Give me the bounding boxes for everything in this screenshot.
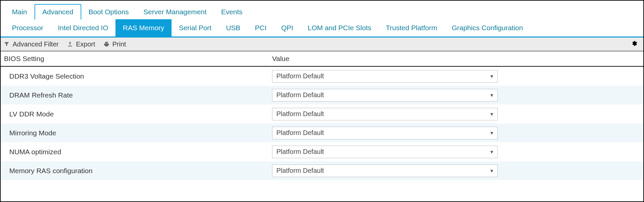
select-value: Platform Default	[276, 72, 324, 80]
filter-icon	[4, 41, 10, 47]
value-cell: Platform Default ▼	[272, 146, 641, 158]
value-cell: Platform Default ▼	[272, 108, 641, 120]
advanced-filter-label: Advanced Filter	[13, 40, 59, 48]
tab-usb[interactable]: USB	[219, 19, 248, 36]
chevron-down-icon: ▼	[489, 149, 494, 155]
value-cell: Platform Default ▼	[272, 127, 641, 139]
chevron-down-icon: ▼	[489, 130, 494, 136]
upload-icon	[67, 41, 73, 47]
tab-server-management[interactable]: Server Management	[136, 5, 214, 19]
value-cell: Platform Default ▼	[272, 70, 641, 83]
print-button[interactable]: Print	[104, 40, 126, 48]
tab-intel-directed-io[interactable]: Intel Directed IO	[51, 19, 116, 36]
value-select-memory-ras[interactable]: Platform Default ▼	[272, 165, 498, 177]
value-select-mirroring[interactable]: Platform Default ▼	[272, 127, 498, 139]
value-select-ddr3-voltage[interactable]: Platform Default ▼	[272, 70, 498, 83]
column-header-value: Value	[272, 55, 641, 63]
tab-trusted-platform[interactable]: Trusted Platform	[379, 19, 444, 36]
tab-lom-pcie-slots[interactable]: LOM and PCIe Slots	[301, 19, 379, 36]
select-value: Platform Default	[276, 167, 324, 174]
table-row: Mirroring Mode Platform Default ▼	[1, 123, 643, 142]
advanced-filter-button[interactable]: Advanced Filter	[4, 40, 59, 48]
tab-boot-options[interactable]: Boot Options	[81, 5, 136, 19]
export-button[interactable]: Export	[67, 40, 95, 48]
secondary-tabs: Processor Intel Directed IO RAS Memory S…	[1, 19, 643, 36]
tab-ras-memory[interactable]: RAS Memory	[115, 19, 172, 36]
setting-label: Mirroring Mode	[3, 129, 272, 137]
secondary-tabs-wrap: Processor Intel Directed IO RAS Memory S…	[1, 19, 643, 37]
value-cell: Platform Default ▼	[272, 165, 641, 177]
select-value: Platform Default	[276, 110, 324, 118]
table-row: DDR3 Voltage Selection Platform Default …	[1, 67, 643, 86]
select-value: Platform Default	[276, 91, 324, 99]
table-row: DRAM Refresh Rate Platform Default ▼	[1, 86, 643, 104]
chevron-down-icon: ▼	[489, 168, 494, 173]
gear-icon	[631, 40, 637, 46]
settings-button[interactable]	[631, 40, 637, 49]
tab-graphics-configuration[interactable]: Graphics Configuration	[444, 19, 530, 36]
tab-pci[interactable]: PCI	[248, 19, 274, 36]
primary-tabs: Main Advanced Boot Options Server Manage…	[1, 1, 643, 19]
tab-serial-port[interactable]: Serial Port	[172, 19, 219, 36]
table-row: NUMA optimized Platform Default ▼	[1, 142, 643, 161]
setting-label: Memory RAS configuration	[3, 167, 272, 175]
setting-label: NUMA optimized	[3, 148, 272, 156]
chevron-down-icon: ▼	[489, 93, 494, 98]
tab-advanced[interactable]: Advanced	[35, 4, 81, 20]
tab-processor[interactable]: Processor	[5, 19, 51, 36]
value-select-dram-refresh[interactable]: Platform Default ▼	[272, 89, 498, 101]
setting-label: LV DDR Mode	[3, 110, 272, 118]
column-header-setting: BIOS Setting	[3, 55, 272, 63]
chevron-down-icon: ▼	[489, 111, 494, 117]
select-value: Platform Default	[276, 148, 324, 156]
tab-events[interactable]: Events	[214, 5, 250, 19]
setting-label: DRAM Refresh Rate	[3, 91, 272, 99]
table-row: Memory RAS configuration Platform Defaul…	[1, 161, 643, 180]
select-value: Platform Default	[276, 129, 324, 137]
export-label: Export	[76, 40, 95, 48]
tab-main[interactable]: Main	[5, 5, 35, 19]
value-cell: Platform Default ▼	[272, 89, 641, 101]
settings-rows: DDR3 Voltage Selection Platform Default …	[1, 67, 643, 180]
setting-label: DDR3 Voltage Selection	[3, 72, 272, 80]
chevron-down-icon: ▼	[489, 74, 494, 79]
print-label: Print	[112, 40, 126, 48]
print-icon	[104, 41, 110, 47]
bios-configure-panel: Main Advanced Boot Options Server Manage…	[0, 0, 644, 202]
table-row: LV DDR Mode Platform Default ▼	[1, 104, 643, 123]
table-toolbar: Advanced Filter Export Print	[1, 37, 643, 51]
table-header-row: BIOS Setting Value	[1, 51, 643, 67]
tab-qpi[interactable]: QPI	[274, 19, 300, 36]
value-select-numa[interactable]: Platform Default ▼	[272, 146, 498, 158]
value-select-lv-ddr[interactable]: Platform Default ▼	[272, 108, 498, 120]
